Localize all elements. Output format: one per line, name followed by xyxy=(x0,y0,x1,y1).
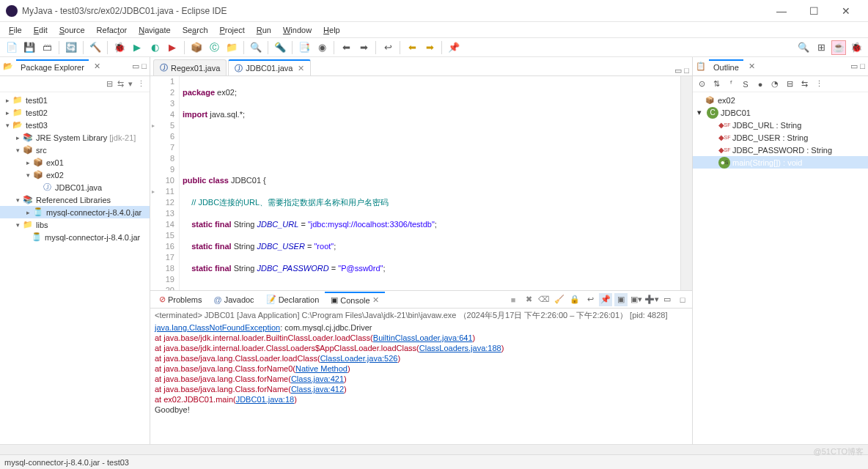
new-icon[interactable]: 📄 xyxy=(4,40,19,55)
tab-problems[interactable]: ⊘Problems xyxy=(153,292,207,306)
new-pkg-icon[interactable]: 📦 xyxy=(189,40,204,55)
tab-console[interactable]: ▣Console✕ xyxy=(325,292,384,307)
hide-fields-icon[interactable]: ᶠ xyxy=(725,79,737,89)
search-icon[interactable]: 🔦 xyxy=(273,40,287,55)
minimize-outline-icon[interactable]: ▭ xyxy=(850,62,858,71)
outline-tab[interactable]: 📋 Outline ✕ ▭ □ xyxy=(693,57,868,76)
close-view-icon[interactable]: ✕ xyxy=(92,62,103,71)
tab-regex01[interactable]: ⒿRegex01.java xyxy=(153,59,227,75)
new-class-icon[interactable]: Ⓒ xyxy=(207,40,221,55)
close-button[interactable]: ✕ xyxy=(830,1,862,21)
menu-refactor[interactable]: Refactor xyxy=(92,24,132,36)
menu-window[interactable]: Window xyxy=(279,24,316,36)
menu-icon[interactable]: ⋮ xyxy=(813,79,825,89)
open-console-icon[interactable]: ➕▾ xyxy=(645,293,658,306)
build-icon[interactable]: 🔨 xyxy=(88,40,103,55)
outline-pkg[interactable]: ex02 xyxy=(718,96,735,105)
link-editor-icon[interactable]: ⇆ xyxy=(117,79,124,89)
menu-edit[interactable]: Edit xyxy=(29,24,52,36)
tree-item-reflib[interactable]: Referenced Libraries xyxy=(36,196,111,204)
toggle-mark-icon[interactable]: 📑 xyxy=(297,40,312,55)
tree-item-libs[interactable]: libs xyxy=(36,221,48,229)
tree-item-src[interactable]: src xyxy=(36,146,47,155)
terminate-icon[interactable]: ■ xyxy=(507,293,520,306)
switch-icon[interactable]: 🔄 xyxy=(64,40,78,55)
maximize-panel-icon[interactable]: □ xyxy=(676,293,689,306)
project-tree[interactable]: ▸📁test01 ▸📁test02 ▾📂test03 ▸📚JRE System … xyxy=(0,92,150,444)
outline-class[interactable]: JDBC01 xyxy=(721,108,751,117)
horizontal-scrollbar[interactable] xyxy=(0,444,868,454)
tree-item-test01[interactable]: test01 xyxy=(26,96,48,105)
tree-item-test02[interactable]: test02 xyxy=(26,108,48,117)
pin-icon[interactable]: 📌 xyxy=(446,40,461,55)
menu-project[interactable]: Project xyxy=(216,24,249,36)
display-console-icon[interactable]: ▣ xyxy=(614,293,628,306)
minimize-view-icon[interactable]: ▭ xyxy=(132,62,139,71)
menu-help[interactable]: Help xyxy=(319,24,345,36)
ext-tools-icon[interactable]: ▶ xyxy=(165,40,180,55)
collapse-all-icon[interactable]: ⊟ xyxy=(106,79,113,89)
minimize-button[interactable]: — xyxy=(765,1,798,21)
console-output[interactable]: java.lang.ClassNotFoundException: com.my… xyxy=(150,322,692,444)
save-all-icon[interactable]: 🗃 xyxy=(40,40,54,55)
annotation-prev-icon[interactable]: ⬅ xyxy=(339,40,353,55)
vertical-scrollbar[interactable] xyxy=(680,76,692,290)
outline-tree[interactable]: 📦ex02 ▾CJDBC01 ◆SFJDBC_URL : String ◆SFJ… xyxy=(693,92,868,170)
close-outline-icon[interactable]: ✕ xyxy=(746,62,757,71)
debug-perspective-icon[interactable]: 🐞 xyxy=(849,40,864,55)
editor-max-icon[interactable]: □ xyxy=(684,66,689,75)
show-console-icon[interactable]: ▣▾ xyxy=(630,293,643,306)
debug-icon[interactable]: 🐞 xyxy=(112,40,127,55)
tree-item-libs-jar[interactable]: mysql-connector-j-8.4.0.jar xyxy=(45,233,140,242)
java-perspective-icon[interactable]: ☕ xyxy=(831,40,846,55)
hide-local-icon[interactable]: ◔ xyxy=(769,79,781,89)
run-icon[interactable]: ▶ xyxy=(130,40,144,55)
code-editor[interactable]: 12345678910111213141516171819202122 pack… xyxy=(150,76,692,290)
hide-nonpublic-icon[interactable]: ● xyxy=(754,80,766,89)
tree-item-ex02[interactable]: ex02 xyxy=(46,171,64,180)
clear-console-icon[interactable]: 🧹 xyxy=(553,293,566,306)
close-console-icon[interactable]: ✕ xyxy=(372,295,379,305)
maximize-outline-icon[interactable]: □ xyxy=(860,62,865,71)
view-menu-icon[interactable]: ⋮ xyxy=(137,79,145,89)
minimize-panel-icon[interactable]: ▭ xyxy=(661,293,674,306)
editor-min-icon[interactable]: ▭ xyxy=(674,66,682,75)
back-icon[interactable]: ⬅ xyxy=(405,40,419,55)
tab-javadoc[interactable]: @Javadoc xyxy=(207,293,260,306)
menu-search[interactable]: Search xyxy=(178,24,213,36)
code-content[interactable]: package ex02; import java.sql.*; public … xyxy=(180,76,680,290)
menu-source[interactable]: Source xyxy=(55,24,89,36)
tree-item-jdbc01[interactable]: JDBC01.java xyxy=(55,183,102,192)
remove-all-icon[interactable]: ⌫ xyxy=(537,293,551,306)
coverage-icon[interactable]: ◐ xyxy=(147,40,162,55)
menu-file[interactable]: File xyxy=(4,24,26,36)
focus-icon[interactable]: ⊙ xyxy=(696,79,707,89)
open-type-icon[interactable]: 🔍 xyxy=(249,40,263,55)
tree-item-ex01[interactable]: ex01 xyxy=(46,158,64,167)
outline-method-main[interactable]: main(String[]) : void xyxy=(732,158,802,167)
tab-jdbc01[interactable]: ⒿJDBC01.java✕ xyxy=(228,59,311,75)
last-edit-icon[interactable]: ↩ xyxy=(380,40,395,55)
collapse-icon[interactable]: ⊟ xyxy=(784,79,795,89)
outline-field-user[interactable]: JDBC_USER : String xyxy=(732,133,808,142)
quick-access-icon[interactable]: 🔍 xyxy=(796,40,811,55)
maximize-view-icon[interactable]: □ xyxy=(141,62,147,71)
annotation-next-icon[interactable]: ➡ xyxy=(356,40,371,55)
maximize-button[interactable]: ☐ xyxy=(798,1,830,21)
menu-run[interactable]: Run xyxy=(252,24,276,36)
save-icon[interactable]: 💾 xyxy=(22,40,37,55)
outline-field-pass[interactable]: JDBC_PASSWORD : String xyxy=(732,146,832,155)
hide-static-icon[interactable]: S xyxy=(740,80,751,89)
outline-field-url[interactable]: JDBC_URL : String xyxy=(732,121,801,130)
remove-launch-icon[interactable]: ✖ xyxy=(522,293,535,306)
forward-icon[interactable]: ➡ xyxy=(422,40,437,55)
open-perspective-icon[interactable]: ⊞ xyxy=(814,40,828,55)
new-folder-icon[interactable]: 📁 xyxy=(224,40,239,55)
toggle-bp-icon[interactable]: ◉ xyxy=(315,40,329,55)
tree-item-connector-jar[interactable]: mysql-connector-j-8.4.0.jar xyxy=(46,208,141,217)
package-explorer-tab[interactable]: 📂 Package Explorer ✕ ▭ □ xyxy=(0,57,150,76)
tree-item-test03[interactable]: test03 xyxy=(26,121,48,130)
scroll-lock-icon[interactable]: 🔒 xyxy=(568,293,581,306)
tree-item-jre[interactable]: JRE System Library [jdk-21] xyxy=(36,133,136,142)
link-icon[interactable]: ⇆ xyxy=(798,79,810,89)
